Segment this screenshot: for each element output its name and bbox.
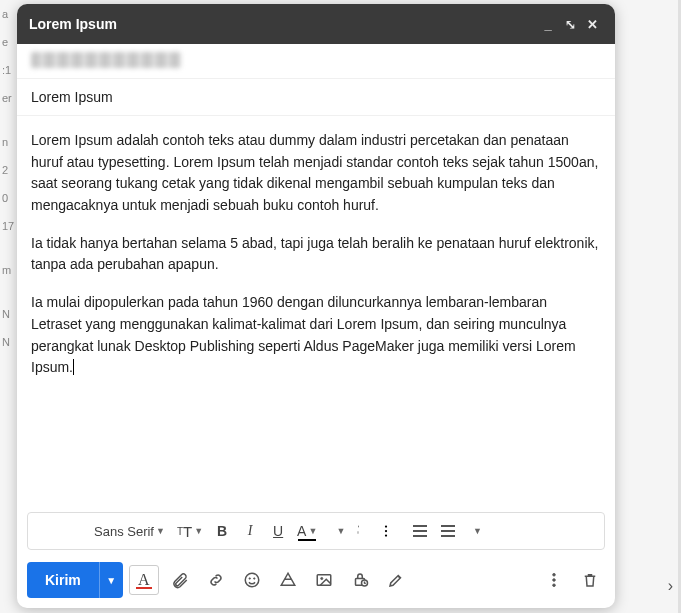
- compose-window: Lorem Ipsum _ ⤡ ✕ Lorem Ipsum Lorem Ipsu…: [17, 4, 615, 608]
- indent-increase-button[interactable]: [435, 516, 461, 546]
- body-paragraph: Ia mulai dipopulerkan pada tahun 1960 de…: [31, 292, 601, 379]
- send-button-group: Kirim ▼: [27, 562, 123, 598]
- svg-point-12: [553, 584, 556, 587]
- close-icon[interactable]: ✕: [581, 17, 603, 32]
- text-cursor: [73, 359, 74, 375]
- message-body[interactable]: Lorem Ipsum adalah contoh teks atau dumm…: [17, 116, 615, 512]
- underline-button[interactable]: U: [265, 516, 291, 546]
- italic-button[interactable]: I: [237, 516, 263, 546]
- body-paragraph: Ia tidak hanya bertahan selama 5 abad, t…: [31, 233, 601, 276]
- svg-point-2: [385, 534, 387, 536]
- font-family-select[interactable]: Sans Serif▼: [88, 516, 171, 546]
- undo-button[interactable]: [32, 516, 58, 546]
- recipient-chip-redacted: [31, 52, 181, 68]
- indent-decrease-button[interactable]: [407, 516, 433, 546]
- text-color-button[interactable]: A▼: [293, 516, 321, 546]
- attach-file-button[interactable]: [165, 565, 195, 595]
- side-panel-toggle[interactable]: ›: [668, 577, 673, 595]
- send-button[interactable]: Kirim: [27, 562, 99, 598]
- recipients-field[interactable]: [17, 44, 615, 79]
- minimize-icon[interactable]: _: [537, 17, 559, 32]
- chevron-down-icon: ▼: [156, 526, 165, 536]
- window-title: Lorem Ipsum: [29, 16, 537, 32]
- chevron-down-icon: ▼: [308, 526, 317, 536]
- redo-button[interactable]: [60, 516, 86, 546]
- svg-point-7: [320, 577, 322, 579]
- discard-draft-button[interactable]: [575, 565, 605, 595]
- more-formatting-button[interactable]: ▼: [463, 516, 489, 546]
- svg-point-3: [245, 573, 259, 587]
- formatting-toolbar: Sans Serif▼ TT▼ B I U A▼ ▼ ▼: [27, 512, 605, 550]
- confidential-mode-button[interactable]: [345, 565, 375, 595]
- window-titlebar: Lorem Ipsum _ ⤡ ✕: [17, 4, 615, 44]
- chevron-down-icon: ▼: [194, 526, 203, 536]
- compose-action-bar: Kirim ▼ A: [17, 556, 615, 608]
- bold-button[interactable]: B: [209, 516, 235, 546]
- align-button[interactable]: ▼: [323, 516, 349, 546]
- insert-drive-button[interactable]: [273, 565, 303, 595]
- more-options-button[interactable]: [539, 565, 569, 595]
- insert-photo-button[interactable]: [309, 565, 339, 595]
- insert-signature-button[interactable]: [381, 565, 411, 595]
- insert-emoji-button[interactable]: [237, 565, 267, 595]
- fullscreen-icon[interactable]: ⤡: [559, 17, 581, 32]
- body-paragraph: Lorem Ipsum adalah contoh teks atau dumm…: [31, 130, 601, 217]
- svg-point-10: [553, 573, 556, 576]
- chevron-down-icon: ▼: [473, 526, 482, 536]
- chevron-down-icon: ▼: [336, 526, 345, 536]
- numbered-list-button[interactable]: [351, 516, 377, 546]
- send-options-button[interactable]: ▼: [99, 562, 123, 598]
- svg-point-0: [385, 525, 387, 527]
- insert-link-button[interactable]: [201, 565, 231, 595]
- font-size-select[interactable]: TT▼: [173, 516, 207, 546]
- svg-rect-6: [317, 575, 331, 586]
- toggle-formatting-button[interactable]: A: [129, 565, 159, 595]
- svg-point-4: [249, 578, 251, 580]
- svg-point-1: [385, 530, 387, 532]
- svg-point-11: [553, 579, 556, 582]
- subject-field[interactable]: Lorem Ipsum: [17, 79, 615, 116]
- svg-point-5: [253, 578, 255, 580]
- bulleted-list-button[interactable]: [379, 516, 405, 546]
